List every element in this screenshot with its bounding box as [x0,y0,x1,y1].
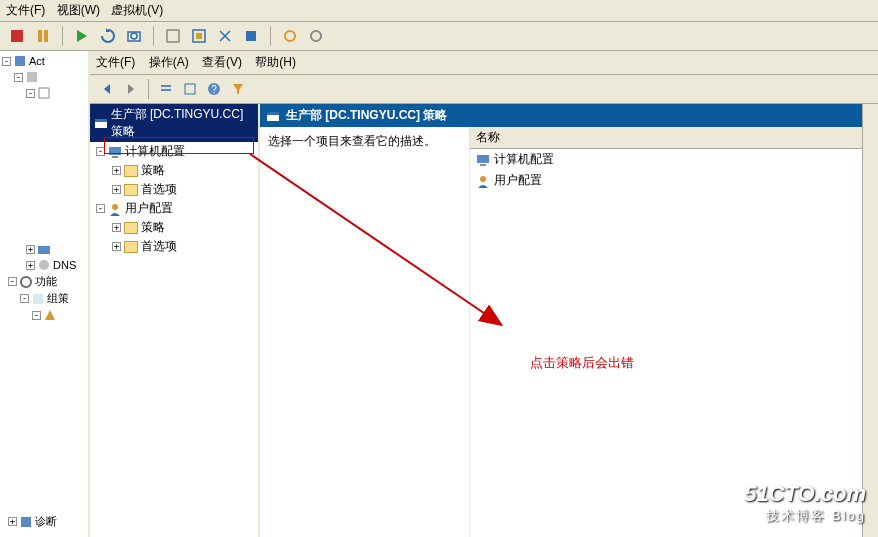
detail-header: 生产部 [DC.TINGYU.CC] 策略 [260,104,878,127]
tree-policy[interactable]: + 策略 [90,161,258,180]
tree-pref[interactable]: + 首选项 [90,180,258,199]
tree-root-label: 生产部 [DC.TINGYU.CC] 策略 [111,106,254,140]
node-icon [25,70,39,84]
detail-header-title: 生产部 [DC.TINGYU.CC] 策略 [286,107,447,124]
user-icon [108,202,122,216]
outer-tree-pane: - Act - - + + DNS - [0,51,90,537]
separator [270,26,271,46]
tree-item-dns[interactable]: + DNS [0,257,88,273]
collapse-icon[interactable]: - [96,204,105,213]
svg-rect-24 [161,85,171,87]
folder-icon [124,184,138,196]
tool-button-3[interactable] [214,25,236,47]
collapse-icon[interactable]: - [14,73,23,82]
tool-button-4[interactable] [240,25,262,47]
collapse-icon[interactable]: - [8,277,17,286]
tree-item-act[interactable]: - Act [0,53,88,69]
tree-label: 策略 [141,219,165,236]
expand-icon[interactable]: + [112,242,121,251]
svg-rect-16 [38,246,50,254]
forward-button[interactable] [120,78,142,100]
scrollbar[interactable] [862,104,878,537]
server-icon [13,54,27,68]
svg-rect-15 [39,88,49,98]
menu-file[interactable]: 文件(F) [6,3,45,17]
menu-view[interactable]: 视图(W) [57,3,100,17]
svg-rect-1 [38,30,42,42]
menu-file[interactable]: 文件(F) [96,55,135,69]
folder-icon [124,165,138,177]
collapse-icon[interactable]: - [20,294,29,303]
tree-item-func[interactable]: - 功能 [0,273,88,290]
menu-view[interactable]: 查看(V) [202,55,242,69]
tree-pref-user[interactable]: + 首选项 [90,237,258,256]
annotation-highlight [104,137,254,154]
description-column: 选择一个项目来查看它的描述。 [260,127,470,537]
tree-item[interactable]: - [0,69,88,85]
mmc-pane: 文件(F) 操作(A) 查看(V) 帮助(H) ? 生产部 [DC.TINGYU… [90,51,878,537]
dns-icon [37,258,51,272]
node-icon [43,308,57,322]
tool-button-1[interactable] [162,25,184,47]
svg-rect-19 [33,294,43,304]
server-icon [37,242,51,256]
tree-label: 用户配置 [125,200,173,217]
svg-rect-0 [11,30,23,42]
policy-icon [31,292,45,306]
play-button[interactable] [71,25,93,47]
properties-button[interactable] [179,78,201,100]
tool-button-6[interactable] [305,25,327,47]
watermark-logo: 51CTO.com [744,481,866,507]
refresh-button[interactable] [97,25,119,47]
list-item-label: 用户配置 [494,172,542,189]
expand-icon[interactable]: + [26,261,35,270]
tree-label: DNS [53,259,76,271]
tree-user-config[interactable]: - 用户配置 [90,199,258,218]
svg-rect-36 [267,112,279,115]
tree-item[interactable]: + [0,241,88,257]
description-text: 选择一个项目来查看它的描述。 [268,134,436,148]
expand-icon[interactable]: + [112,185,121,194]
tool-button-2[interactable] [188,25,210,47]
expand-icon[interactable]: + [112,166,121,175]
tree-policy-user[interactable]: + 策略 [90,218,258,237]
menu-vm[interactable]: 虚拟机(V) [111,3,163,17]
column-header-name[interactable]: 名称 [470,127,878,149]
snapshot-button[interactable] [123,25,145,47]
inner-toolbar: ? [90,75,878,104]
gear-icon [19,275,33,289]
back-button[interactable] [96,78,118,100]
computer-icon [476,153,490,167]
tree-label: Act [29,55,45,67]
filter-button[interactable] [227,78,249,100]
stop-button[interactable] [6,25,28,47]
svg-point-12 [311,31,321,41]
expand-icon[interactable]: + [112,223,121,232]
collapse-icon[interactable]: - [2,57,11,66]
expand-icon[interactable]: + [8,517,17,526]
collapse-icon[interactable]: - [32,311,41,320]
tool-button-5[interactable] [279,25,301,47]
pause-button[interactable] [32,25,54,47]
list-item-comp[interactable]: 计算机配置 [470,149,878,170]
policy-root-icon [94,116,107,130]
svg-marker-3 [77,30,87,42]
collapse-icon[interactable]: - [26,89,35,98]
help-button[interactable]: ? [203,78,225,100]
expand-icon[interactable]: + [26,245,35,254]
list-button[interactable] [155,78,177,100]
tree-item-diag[interactable]: + 诊断 [0,513,88,530]
menu-help[interactable]: 帮助(H) [255,55,296,69]
tree-item[interactable]: - [0,85,88,101]
list-item-user[interactable]: 用户配置 [470,170,878,191]
svg-marker-23 [128,84,134,94]
menu-action[interactable]: 操作(A) [149,55,189,69]
svg-rect-38 [480,164,486,166]
svg-point-39 [480,176,486,182]
svg-rect-7 [167,30,179,42]
tree-item[interactable]: - [0,307,88,323]
svg-rect-9 [196,33,202,39]
inner-menubar: 文件(F) 操作(A) 查看(V) 帮助(H) [90,51,878,75]
tree-item-group[interactable]: - 组策 [0,290,88,307]
list-item-label: 计算机配置 [494,151,554,168]
